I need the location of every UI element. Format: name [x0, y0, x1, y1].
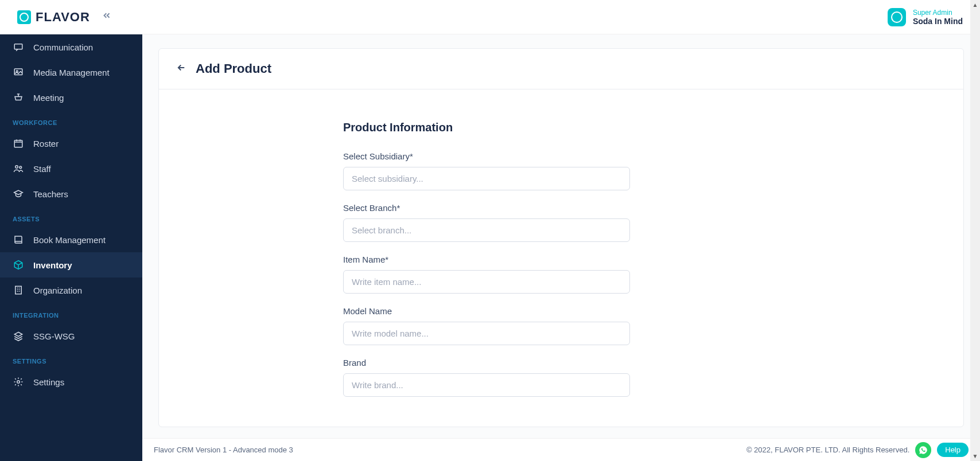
message-icon — [13, 41, 24, 53]
chevrons-left-icon — [102, 10, 112, 21]
sidebar-item-settings[interactable]: Settings — [0, 369, 142, 394]
page-title: Add Product — [196, 61, 271, 76]
sidebar-item-label: SSG-WSG — [33, 331, 75, 341]
field-branch: Select Branch* — [343, 203, 779, 242]
footer-copyright: © 2022, FLAVOR PTE. LTD. All Rights Rese… — [746, 446, 909, 454]
sidebar-item-meeting[interactable]: Meeting — [0, 85, 142, 110]
card-header: Add Product — [159, 49, 963, 89]
user-role: Super Admin — [913, 9, 963, 17]
sidebar: Communication Media Management Meeting W… — [0, 34, 142, 461]
form-area: Product Information Select Subsidiary* S… — [326, 89, 796, 427]
sidebar-section-assets: ASSETS — [0, 206, 142, 227]
user-info: Super Admin Soda In Mind — [913, 9, 963, 26]
sidebar-item-roster[interactable]: Roster — [0, 131, 142, 156]
svg-rect-0 — [14, 44, 22, 49]
sidebar-item-label: Book Management — [33, 235, 106, 245]
field-subsidiary: Select Subsidiary* — [343, 151, 779, 190]
sidebar-item-label: Communication — [33, 42, 93, 52]
gear-icon — [13, 376, 24, 388]
content-card: Add Product Product Information Select S… — [158, 48, 964, 427]
subsidiary-label: Select Subsidiary* — [343, 151, 779, 161]
user-avatar-icon — [888, 8, 906, 26]
footer-right: © 2022, FLAVOR PTE. LTD. All Rights Rese… — [746, 442, 969, 458]
brand-label: Brand — [343, 358, 779, 368]
sidebar-item-label: Media Management — [33, 68, 110, 77]
package-icon — [13, 259, 24, 271]
logo-icon — [17, 10, 31, 24]
sidebar-item-label: Meeting — [33, 93, 64, 103]
sidebar-item-label: Roster — [33, 139, 59, 149]
sidebar-section-workforce: WORKFORCE — [0, 110, 142, 131]
svg-point-7 — [17, 381, 20, 384]
sidebar-item-label: Organization — [33, 286, 82, 295]
back-button[interactable] — [176, 62, 186, 75]
sidebar-section-integration: INTEGRATION — [0, 303, 142, 323]
calendar-icon — [13, 138, 24, 149]
field-model-name: Model Name — [343, 306, 779, 345]
sidebar-item-label: Staff — [33, 164, 51, 174]
svg-point-5 — [20, 166, 22, 169]
people-icon — [13, 163, 24, 174]
sidebar-item-label: Teachers — [33, 189, 68, 199]
user-company: Soda In Mind — [913, 17, 963, 26]
svg-point-4 — [15, 166, 18, 169]
sidebar-item-organization[interactable]: Organization — [0, 278, 142, 303]
media-icon — [13, 67, 24, 78]
scroll-up-icon[interactable]: ▲ — [970, 0, 980, 10]
field-brand: Brand — [343, 358, 779, 397]
item-name-label: Item Name* — [343, 255, 779, 264]
sidebar-item-label: Settings — [33, 377, 64, 387]
sidebar-item-book-management[interactable]: Book Management — [0, 227, 142, 252]
footer: Flavor CRM Version 1 - Advanced mode 3 ©… — [142, 438, 980, 461]
scroll-down-icon[interactable]: ▼ — [970, 451, 980, 461]
sidebar-item-label: Inventory — [33, 260, 72, 270]
sidebar-section-settings: SETTINGS — [0, 349, 142, 369]
help-button[interactable]: Help — [937, 443, 969, 457]
sidebar-collapse-button[interactable] — [102, 10, 112, 24]
arrow-left-icon — [176, 62, 186, 73]
whatsapp-icon — [919, 446, 928, 455]
whatsapp-button[interactable] — [915, 442, 931, 458]
graduation-icon — [13, 188, 24, 200]
section-title: Product Information — [343, 121, 779, 134]
sidebar-item-inventory[interactable]: Inventory — [0, 252, 142, 278]
sidebar-item-communication[interactable]: Communication — [0, 34, 142, 60]
user-menu[interactable]: Super Admin Soda In Mind — [888, 8, 963, 26]
svg-rect-3 — [14, 140, 22, 147]
sidebar-item-ssg-wsg[interactable]: SSG-WSG — [0, 323, 142, 349]
field-item-name: Item Name* — [343, 255, 779, 294]
podium-icon — [13, 92, 24, 103]
brand-name: FLAVOR — [36, 10, 90, 25]
vertical-scrollbar[interactable]: ▲ ▼ — [970, 0, 980, 461]
sidebar-item-teachers[interactable]: Teachers — [0, 181, 142, 206]
logo-area: FLAVOR — [17, 10, 112, 25]
book-icon — [13, 234, 24, 245]
branch-select[interactable] — [343, 218, 630, 242]
item-name-input[interactable] — [343, 270, 630, 294]
app-header: FLAVOR Super Admin Soda In Mind — [0, 0, 980, 34]
layers-icon — [13, 330, 24, 342]
brand-input[interactable] — [343, 373, 630, 397]
sidebar-item-staff[interactable]: Staff — [0, 156, 142, 181]
building-icon — [13, 284, 24, 296]
svg-rect-6 — [15, 286, 22, 294]
sidebar-item-media-management[interactable]: Media Management — [0, 60, 142, 85]
model-name-label: Model Name — [343, 306, 779, 316]
branch-label: Select Branch* — [343, 203, 779, 213]
brand-logo[interactable]: FLAVOR — [17, 10, 90, 25]
subsidiary-select[interactable] — [343, 167, 630, 190]
model-name-input[interactable] — [343, 322, 630, 345]
footer-version: Flavor CRM Version 1 - Advanced mode 3 — [154, 446, 293, 454]
main-content: Add Product Product Information Select S… — [142, 34, 980, 461]
